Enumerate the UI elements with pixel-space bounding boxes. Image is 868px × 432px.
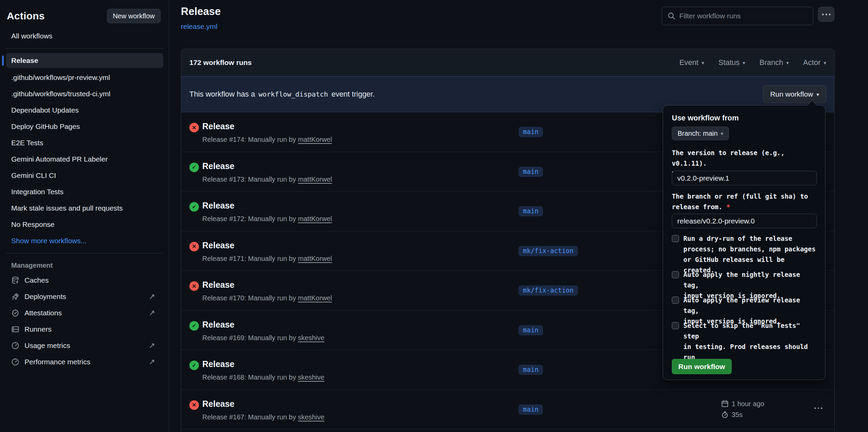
external-link-icon: ↗ (149, 309, 155, 317)
sidebar-item-gemini-cli-ci[interactable]: Gemini CLI CI (6, 167, 163, 184)
branch-badge[interactable]: main (518, 206, 543, 216)
sidebar-item-pr-review[interactable]: .github/workflows/pr-review.yml (6, 69, 163, 86)
actor-link[interactable]: mattKorwel (298, 136, 332, 143)
actor-filter-dropdown[interactable]: Actor▾ (803, 58, 826, 67)
run-title-link[interactable]: Release (202, 399, 235, 409)
kebab-dot (822, 14, 824, 15)
sidebar-item-e2e-tests[interactable]: E2E Tests (6, 135, 163, 151)
chevron-down-icon: ▾ (743, 60, 745, 65)
sidebar-item-deployments[interactable]: Deployments ↗ (0, 288, 169, 305)
version-input[interactable] (672, 171, 817, 185)
branch-badge[interactable]: main (518, 325, 543, 335)
run-time: 1 hour ago (732, 400, 764, 408)
rocket-icon (11, 293, 19, 301)
calendar-icon (721, 400, 729, 408)
skip-tests-checkbox[interactable] (672, 322, 679, 329)
run-workflow-submit-button[interactable]: Run workflow (672, 359, 732, 374)
external-link-icon: ↗ (149, 342, 155, 349)
banner-text: event trigger. (331, 90, 375, 99)
sidebar-item-release[interactable]: Release (6, 53, 163, 68)
new-workflow-button[interactable]: New workflow (107, 9, 160, 23)
ref-input[interactable] (672, 214, 817, 228)
actions-sidebar: Actions New workflow All workflows Relea… (0, 0, 169, 432)
dry-run-checkbox[interactable] (672, 235, 679, 242)
sidebar-item-integration-tests[interactable]: Integration Tests (6, 184, 163, 200)
sidebar-item-runners[interactable]: Runners (0, 321, 169, 337)
sidebar-item-label: Usage metrics (24, 342, 70, 350)
run-options-kebab-button[interactable] (814, 408, 822, 409)
chevron-down-icon: ▾ (786, 60, 789, 65)
failure-icon: ✕ (189, 123, 199, 132)
filter-workflow-runs-field[interactable] (662, 7, 813, 25)
chevron-down-icon: ▾ (701, 60, 704, 65)
kebab-dot (826, 14, 827, 15)
run-title-link[interactable]: Release (202, 201, 235, 211)
actor-link[interactable]: mattKorwel (298, 215, 332, 222)
sidebar-item-trusted-ci[interactable]: .github/workflows/trusted-ci.yml (6, 86, 163, 102)
run-title-link[interactable]: Release (202, 240, 235, 250)
server-icon (11, 325, 19, 333)
success-icon: ✓ (189, 361, 199, 370)
run-title-link[interactable]: Release (202, 161, 235, 171)
workflow-file-link[interactable]: release.yml (181, 22, 217, 31)
sidebar-item-gemini-pr-labeler[interactable]: Gemini Automated PR Labeler (6, 151, 163, 167)
branch-badge[interactable]: mk/fix-action (518, 285, 578, 296)
sidebar-title: Actions (7, 10, 45, 22)
branch-selector-button[interactable]: Branch: main▾ (672, 127, 729, 140)
workflow-run-row[interactable]: ✕ Release Release #167: Manually run by … (181, 390, 834, 430)
nightly-tag-checkbox[interactable] (672, 271, 679, 278)
run-workflow-dropdown-button[interactable]: Run workflow▾ (763, 85, 826, 103)
sidebar-item-deploy-github-pages[interactable]: Deploy GitHub Pages (6, 118, 163, 135)
actor-link[interactable]: skeshive (298, 334, 324, 342)
preview-tag-checkbox[interactable] (672, 297, 679, 304)
actor-link[interactable]: skeshive (298, 373, 324, 381)
external-link-icon: ↗ (149, 293, 155, 300)
branch-filter-dropdown[interactable]: Branch▾ (760, 58, 789, 67)
banner-code: workflow_dispatch (258, 90, 328, 98)
sidebar-item-attestations[interactable]: Attestations ↗ (0, 305, 169, 321)
runs-list-header: 172 workflow runs Event▾ Status▾ Branch▾… (181, 49, 834, 76)
branch-badge[interactable]: main (518, 167, 543, 177)
sidebar-item-label: Attestations (24, 309, 62, 317)
branch-badge[interactable]: main (518, 365, 543, 375)
run-description: Release #169: Manually run by (202, 334, 296, 342)
status-filter-dropdown[interactable]: Status▾ (718, 58, 745, 67)
run-description: Release #174: Manually run by (202, 136, 296, 143)
sidebar-item-all-workflows[interactable]: All workflows (7, 32, 163, 40)
panel-title: Use workflow from (672, 114, 739, 122)
run-description: Release #170: Manually run by (202, 294, 296, 302)
sidebar-item-no-response[interactable]: No Response (6, 216, 163, 233)
filter-workflow-runs-input[interactable] (679, 12, 807, 20)
run-title-link[interactable]: Release (202, 359, 235, 369)
sidebar-divider (5, 48, 163, 49)
sidebar-item-dependabot-updates[interactable]: Dependabot Updates (6, 102, 163, 118)
ref-help-text: The branch or ref (full git sha) to rele… (672, 191, 811, 212)
failure-icon: ✕ (189, 400, 199, 410)
sidebar-item-mark-stale[interactable]: Mark stale issues and pull requests (6, 200, 163, 216)
sidebar-item-performance-metrics[interactable]: Performance metrics ↗ (0, 354, 169, 370)
run-count: 172 workflow runs (189, 59, 252, 67)
success-icon: ✓ (189, 163, 199, 172)
show-more-workflows-link[interactable]: Show more workflows... (6, 233, 163, 249)
run-title-link[interactable]: Release (202, 320, 235, 330)
run-duration: 35s (732, 411, 743, 419)
chevron-down-icon: ▾ (823, 60, 826, 65)
sidebar-item-usage-metrics[interactable]: Usage metrics ↗ (0, 337, 169, 354)
run-title-link[interactable]: Release (202, 280, 235, 290)
search-icon (667, 12, 676, 20)
event-filter-dropdown[interactable]: Event▾ (679, 58, 704, 67)
branch-badge[interactable]: mk/fix-action (518, 246, 578, 256)
success-icon: ✓ (189, 321, 199, 331)
actor-link[interactable]: mattKorwel (298, 255, 332, 262)
cache-icon (11, 276, 19, 284)
workflow-options-kebab-button[interactable] (818, 7, 834, 22)
actor-link[interactable]: mattKorwel (298, 176, 332, 183)
kebab-dot (829, 14, 831, 15)
actor-link[interactable]: mattKorwel (298, 294, 332, 302)
branch-badge[interactable]: main (518, 404, 543, 415)
run-title-link[interactable]: Release (202, 121, 235, 131)
actor-link[interactable]: skeshive (298, 413, 324, 421)
sidebar-item-caches[interactable]: Caches (0, 272, 169, 288)
branch-badge[interactable]: main (518, 127, 543, 137)
chevron-down-icon: ▾ (816, 92, 819, 97)
